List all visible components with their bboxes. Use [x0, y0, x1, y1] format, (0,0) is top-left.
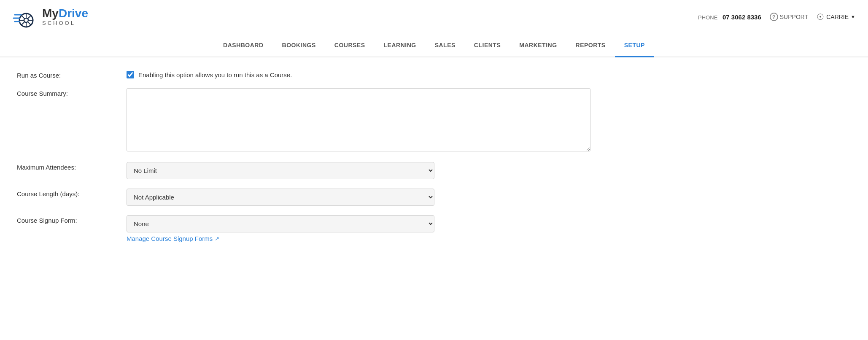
- nav-clients[interactable]: CLIENTS: [465, 34, 510, 57]
- header-right: PHONE 07 3062 8336 ? SUPPORT ☉ CARRIE ▼: [698, 12, 855, 22]
- main-content: Run as Course: Enabling this option allo…: [0, 57, 675, 264]
- support-link[interactable]: ? SUPPORT: [770, 13, 808, 21]
- run-as-course-checkbox[interactable]: [127, 71, 134, 78]
- nav-dashboard[interactable]: DASHBOARD: [214, 34, 273, 57]
- course-summary-textarea[interactable]: [127, 88, 590, 151]
- course-length-control: Not Applicable1234567: [127, 189, 590, 206]
- question-icon: ?: [770, 13, 778, 21]
- svg-line-6: [22, 16, 25, 19]
- site-header: MyDrive SCHOOL PHONE 07 3062 8336 ? SUPP…: [0, 0, 868, 34]
- logo-icon: [13, 4, 38, 30]
- support-label: SUPPORT: [780, 13, 808, 20]
- course-length-label: Course Length (days):: [17, 189, 118, 197]
- nav-marketing[interactable]: MARKETING: [510, 34, 566, 57]
- svg-line-8: [28, 16, 31, 19]
- phone-section: PHONE 07 3062 8336: [698, 13, 761, 21]
- run-as-course-label: Run as Course:: [17, 70, 118, 79]
- nav-sales[interactable]: SALES: [426, 34, 465, 57]
- course-signup-control: None Manage Course Signup Forms ↗︎: [127, 215, 590, 242]
- run-as-course-control: Enabling this option allows you to run t…: [127, 70, 590, 78]
- logo[interactable]: MyDrive SCHOOL: [13, 4, 88, 30]
- course-length-select[interactable]: Not Applicable1234567: [127, 189, 434, 206]
- nav-reports[interactable]: REPORTS: [566, 34, 615, 57]
- external-link-icon: ↗︎: [215, 235, 219, 242]
- max-attendees-control: No Limit125101520253050: [127, 162, 590, 179]
- course-summary-label: Course Summary:: [17, 88, 118, 97]
- course-signup-row: Course Signup Form: None Manage Course S…: [17, 215, 658, 242]
- phone-label: PHONE: [698, 14, 717, 21]
- course-summary-control: [127, 88, 590, 153]
- run-as-course-checkbox-row: Enabling this option allows you to run t…: [127, 70, 590, 78]
- svg-line-7: [28, 22, 31, 25]
- nav-courses[interactable]: COURSES: [325, 34, 375, 57]
- logo-my: My: [42, 7, 59, 20]
- run-as-course-row: Run as Course: Enabling this option allo…: [17, 70, 658, 79]
- nav-setup[interactable]: SETUP: [615, 34, 654, 57]
- chevron-down-icon: ▼: [851, 14, 855, 19]
- manage-link-label: Manage Course Signup Forms: [127, 235, 213, 242]
- max-attendees-row: Maximum Attendees: No Limit1251015202530…: [17, 162, 658, 179]
- logo-school: SCHOOL: [42, 20, 88, 26]
- user-menu[interactable]: ☉ CARRIE ▼: [817, 12, 855, 22]
- nav-learning[interactable]: LEARNING: [375, 34, 426, 57]
- logo-drive: Drive: [59, 7, 88, 20]
- max-attendees-select[interactable]: No Limit125101520253050: [127, 162, 434, 179]
- main-nav: DASHBOARD BOOKINGS COURSES LEARNING SALE…: [0, 34, 868, 57]
- svg-line-9: [22, 22, 25, 25]
- course-length-row: Course Length (days): Not Applicable1234…: [17, 189, 658, 206]
- user-icon: ☉: [817, 12, 824, 22]
- max-attendees-label: Maximum Attendees:: [17, 162, 118, 171]
- user-name: CARRIE: [826, 13, 849, 20]
- course-signup-select[interactable]: None: [127, 215, 434, 232]
- run-as-course-checkbox-label[interactable]: Enabling this option allows you to run t…: [138, 71, 292, 78]
- course-signup-label: Course Signup Form:: [17, 215, 118, 224]
- course-summary-row: Course Summary:: [17, 88, 658, 153]
- phone-number: 07 3062 8336: [722, 13, 761, 21]
- logo-text: MyDrive SCHOOL: [42, 7, 88, 26]
- nav-bookings[interactable]: BOOKINGS: [273, 34, 325, 57]
- manage-course-signup-link[interactable]: Manage Course Signup Forms ↗︎: [127, 235, 219, 242]
